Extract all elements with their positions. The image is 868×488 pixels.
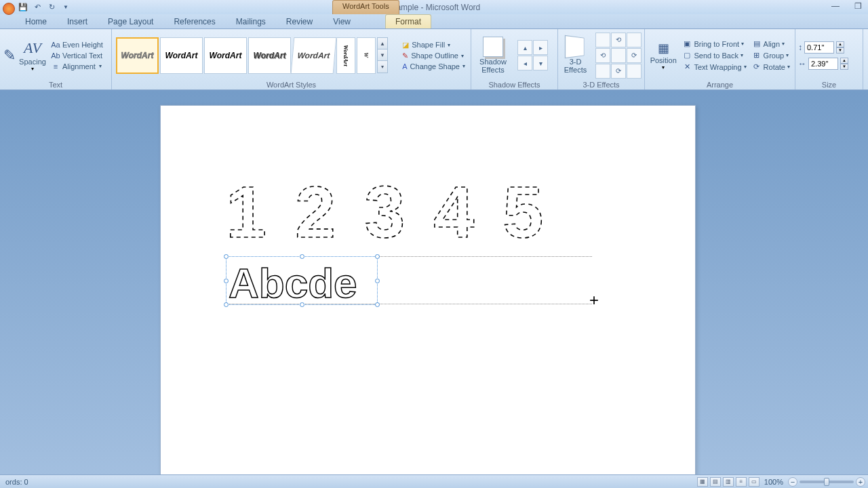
width-spin-down[interactable]: ▼ [840,64,848,70]
tab-review[interactable]: Review [276,14,323,28]
tab-mailings[interactable]: Mailings [226,14,276,28]
style-item-3[interactable]: WordArt [204,37,247,74]
height-icon: ↕ [798,43,802,52]
tilt-up[interactable]: ⟲ [611,33,626,47]
tab-home[interactable]: Home [15,14,57,28]
view-draft[interactable]: ▭ [749,477,760,487]
wordart-numbers: 12345 [226,171,653,247]
group-3d-effects: 3-D Effects ⟲ ⟲⟳ ⟳ 3-D Effects [558,29,645,89]
shape-fill-button[interactable]: ◪Shape Fill▾ [399,40,468,50]
wrapping-icon: ✕ [682,62,692,71]
word-count[interactable]: ords: 0 [0,478,34,486]
zoom-in-button[interactable]: + [856,477,865,487]
spacing-icon: AV [24,39,41,57]
vertical-text-icon: Ab [51,52,60,60]
tilt-right[interactable]: ⟳ [627,48,642,63]
tab-format[interactable]: Format [385,14,431,28]
shape-outline-button[interactable]: ✎Shape Outline▾ [399,51,468,61]
view-full-screen[interactable]: ▤ [710,477,721,487]
alignment-button[interactable]: ≡Alignment▾ [49,62,105,71]
gallery-down-button[interactable]: ▼ [378,49,387,61]
style-item-2[interactable]: WordArt [160,37,203,74]
view-web-layout[interactable]: ▥ [723,477,734,487]
3d-icon [564,35,584,58]
edit-text-button[interactable]: ✎ [3,33,16,78]
tilt-down[interactable]: ⟳ [611,64,626,79]
group-label-arrange: Arrange [648,80,792,89]
maximize-button[interactable]: ❐ [854,1,865,11]
tab-insert[interactable]: Insert [57,14,98,28]
tab-page-layout[interactable]: Page Layout [98,14,163,28]
group-button[interactable]: ⊞Group▾ [750,50,792,60]
3d-tilt-grid: ⟲ ⟲⟳ ⟳ [595,33,642,79]
alignment-icon: ≡ [51,62,60,70]
ribbon: ✎ AV Spacing ▾ AaEven Height AbVertical … [0,29,868,90]
contextual-tab-label: WordArt Tools [332,0,399,14]
shadow-nudge-grid: ▴ ▸ ◂ ▾ [517,40,548,70]
edit-text-icon: ✎ [3,47,16,64]
height-input[interactable] [804,41,834,54]
style-gallery: WordArt WordArt WordArt WordArt WordArt … [115,36,394,75]
view-outline[interactable]: ≡ [736,477,747,487]
shadow-nudge-down[interactable]: ▾ [533,56,548,70]
tilt-left[interactable]: ⟲ [595,48,610,63]
group-wordart-styles: WordArt WordArt WordArt WordArt WordArt … [112,29,471,89]
group-text: ✎ AV Spacing ▾ AaEven Height AbVertical … [0,29,112,89]
style-item-5[interactable]: WordArt [291,37,337,74]
width-spin-up[interactable]: ▲ [840,58,848,64]
vertical-text-button[interactable]: AbVertical Text [49,51,105,60]
crosshair-cursor: + [589,291,599,310]
change-shape-icon: A [402,62,407,70]
send-back-icon: ▢ [682,51,692,60]
gallery-more-button[interactable]: ▾ [378,61,387,73]
style-item-4[interactable]: WordArt [248,37,291,74]
style-item-1[interactable]: WordArt [116,37,159,74]
group-label-styles: WordArt Styles [115,80,468,89]
page: 12345 Abcde + [160,105,696,474]
window-title: example - Microsoft Word [0,3,868,12]
height-spin-up[interactable]: ▲ [836,41,844,47]
text-wrapping-button[interactable]: ✕Text Wrapping▾ [680,62,748,72]
style-item-6[interactable]: WordArt [336,37,355,74]
width-icon: ↔ [798,59,806,68]
rotate-button[interactable]: ⟳Rotate▾ [750,62,792,72]
shadow-effects-button[interactable]: Shadow Effects [474,33,512,78]
change-shape-button[interactable]: AChange Shape▾ [399,62,468,71]
gallery-up-button[interactable]: ▲ [378,38,387,49]
group-label-shadow: Shadow Effects [474,80,555,89]
minimize-button[interactable]: — [831,1,842,11]
position-icon: ▦ [658,41,669,56]
tab-view[interactable]: View [323,14,361,28]
shadow-nudge-right[interactable]: ▸ [533,40,548,55]
gallery-scroll: ▲ ▼ ▾ [377,37,388,73]
shadow-nudge-left[interactable]: ◂ [517,56,532,70]
ribbon-tabs: Home Insert Page Layout References Maili… [0,14,868,29]
spacing-button[interactable]: AV Spacing ▾ [18,33,47,78]
height-spin-down[interactable]: ▼ [836,47,844,54]
view-print-layout[interactable]: ▦ [697,477,708,487]
bring-to-front-button[interactable]: ▣Bring to Front▾ [680,39,748,49]
status-bar: ords: 0 ▦ ▤ ▥ ≡ ▭ 100% − + [0,474,868,488]
group-label-size: Size [798,80,860,89]
group-shadow-effects: Shadow Effects ▴ ▸ ◂ ▾ Shadow Effects [471,29,558,89]
style-item-7[interactable]: W [357,37,376,74]
zoom-slider[interactable] [800,481,854,483]
3d-effects-button[interactable]: 3-D Effects [561,33,590,78]
even-height-button[interactable]: AaEven Height [49,40,105,49]
zoom-out-button[interactable]: − [788,477,797,487]
shadow-nudge-up[interactable]: ▴ [517,40,532,55]
width-input[interactable] [808,58,838,70]
rotate-icon: ⟳ [752,62,762,71]
align-icon: ▤ [752,39,762,48]
zoom-level[interactable]: 100% [764,478,783,486]
title-bar: 💾 ↶ ↻ ▼ example - Microsoft Word WordArt… [0,0,868,14]
group-icon: ⊞ [752,51,762,60]
tab-references[interactable]: References [163,14,225,28]
wordart-letters: Abcde [229,259,357,307]
wordart-letters-container[interactable]: Abcde [226,256,592,305]
position-button[interactable]: ▦ Position ▾ [648,33,679,78]
group-label-3d: 3-D Effects [561,80,642,89]
send-to-back-button[interactable]: ▢Send to Back▾ [680,50,748,60]
document-area[interactable]: 12345 Abcde + [0,90,868,474]
align-button[interactable]: ▤Align▾ [750,39,792,49]
